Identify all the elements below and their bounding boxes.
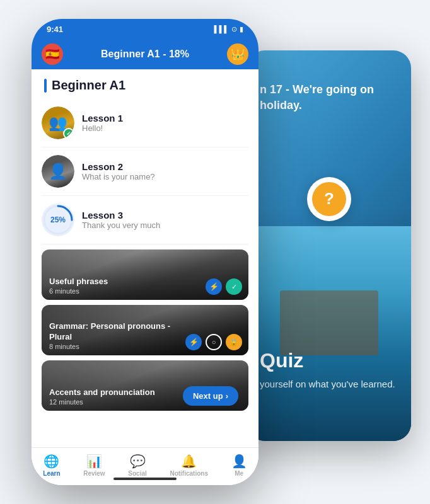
next-up-area: Next up › [183,381,248,411]
nav-item-me[interactable]: 👤 Me [231,454,247,477]
nav-social-label: Social [128,470,146,477]
lesson-2-info: Lesson 2 What is your name? [82,161,155,181]
lesson-2-avatar: 👤 [42,155,74,188]
quiz-description: yourself on what you've learned. [260,377,398,391]
nav-learn-label: Learn [43,470,60,477]
phone-body: Beginner A1 👥 ✓ Lesson 1 Hello! [32,69,259,416]
progress-percent-label: 25% [50,215,66,224]
next-up-button[interactable]: Next up › [183,386,238,406]
notifications-icon: 🔔 [181,454,197,469]
card-1-badges: ⚡ ✓ [199,273,248,300]
card-1-text: Useful phrases 6 minutes [42,272,199,300]
lesson-3-info: Lesson 3 Thank you very much [82,210,160,230]
crown-icon: 👑 [231,47,245,61]
card-1-subtitle: 6 minutes [49,287,192,295]
nav-item-learn[interactable]: 🌐 Learn [43,454,60,477]
card-3-title: Accents and pronunciation [49,387,175,398]
quiz-title: Quiz [260,349,398,372]
content-card-useful-phrases[interactable]: Useful phrases 6 minutes ⚡ ✓ [42,249,248,300]
lesson-1-subtitle: Hello! [82,123,123,133]
next-up-arrow: › [226,391,228,401]
lesson-list: 👥 ✓ Lesson 1 Hello! 👤 Lesson 2 W [32,99,259,244]
nav-item-review[interactable]: 📊 Review [83,454,105,477]
completed-check-badge: ✓ [63,128,74,139]
top-bar: 🇪🇸 Beginner A1 - 18% 👑 [32,39,259,69]
phone: 9:41 ▌▌▌ ⊙ ▮ 🇪🇸 Beginner A1 - 18% 👑 Begi… [32,19,259,485]
lesson-1-title: Lesson 1 [82,113,123,123]
card-2-title: Grammar: Personal pronouns - Plural [49,321,171,343]
lesson-1-avatar: 👥 ✓ [42,106,74,139]
lesson-item[interactable]: 👤 Lesson 2 What is your name? [42,147,248,196]
quiz-question-mark: ? [312,182,346,216]
lesson-item[interactable]: 👥 ✓ Lesson 1 Hello! [42,99,248,147]
status-icons: ▌▌▌ ⊙ ▮ [214,25,243,33]
quiz-question-circle: ? [307,177,351,221]
lesson-3-progress-circle: 25% [42,203,74,236]
content-card-grammar[interactable]: Grammar: Personal pronouns - Plural 8 mi… [42,305,248,355]
nav-me-label: Me [235,470,243,477]
content-cards: Useful phrases 6 minutes ⚡ ✓ Grammar: Pe… [32,244,259,411]
quiz-text-area: Quiz yourself on what you've learned. [260,349,398,391]
card-3-text: Accents and pronunciation 12 minutes [42,382,183,411]
card-2-text: Grammar: Personal pronouns - Plural 8 mi… [42,316,179,355]
quiz-card: n 17 - We're going on holiday. ? Quiz yo… [247,50,411,441]
nav-item-social[interactable]: 💬 Social [128,454,146,477]
next-up-label: Next up [193,391,223,401]
me-icon: 👤 [231,454,247,469]
quiz-card-background: n 17 - We're going on holiday. ? Quiz yo… [247,50,411,441]
lesson-3-title: Lesson 3 [82,210,160,220]
crown-premium-button[interactable]: 👑 [227,43,248,65]
check-badge-card: ✓ [226,278,242,295]
social-icon: 💬 [130,454,146,469]
lesson-2-subtitle: What is your name? [82,172,155,181]
scene: n 17 - We're going on holiday. ? Quiz yo… [0,0,430,504]
card-1-title: Useful phrases [49,277,192,287]
home-indicator [113,478,177,480]
signal-icon: ▌▌▌ [214,25,229,33]
nav-notifications-label: Notifications [170,470,208,477]
dock-scene-decoration [247,226,411,441]
section-title: Beginner A1 [52,78,125,93]
status-time: 9:41 [47,25,63,34]
review-icon: 📊 [86,454,102,469]
quiz-top-text-area: n 17 - We're going on holiday. [260,82,398,113]
nav-item-notifications[interactable]: 🔔 Notifications [170,454,208,477]
status-bar: 9:41 ▌▌▌ ⊙ ▮ [32,19,259,39]
course-title: Beginner A1 - 18% [101,49,189,60]
lightning-badge: ⚡ [206,278,222,295]
nav-review-label: Review [83,470,105,477]
lightning-badge: ⚡ [185,334,202,350]
wifi-icon: ⊙ [231,25,237,33]
section-header: Beginner A1 [32,69,259,99]
section-bar-decoration [44,79,47,93]
circle-badge: ○ [206,334,222,350]
learn-icon: 🌐 [44,454,59,469]
card-2-subtitle: 8 minutes [49,343,171,350]
battery-icon: ▮ [240,25,243,33]
card-2-badges: ⚡ ○ 🔒 [179,329,248,355]
lock-badge: 🔒 [226,334,242,350]
language-flag[interactable]: 🇪🇸 [42,43,63,65]
lesson-item[interactable]: 25% Lesson 3 Thank you very much [42,196,248,244]
lesson-2-title: Lesson 2 [82,161,155,172]
content-card-accents[interactable]: Accents and pronunciation 12 minutes Nex… [42,360,248,411]
card-3-subtitle: 12 minutes [49,398,175,406]
lesson-3-subtitle: Thank you very much [82,220,160,230]
lesson-1-info: Lesson 1 Hello! [82,113,123,133]
quiz-top-text: n 17 - We're going on holiday. [260,82,398,113]
